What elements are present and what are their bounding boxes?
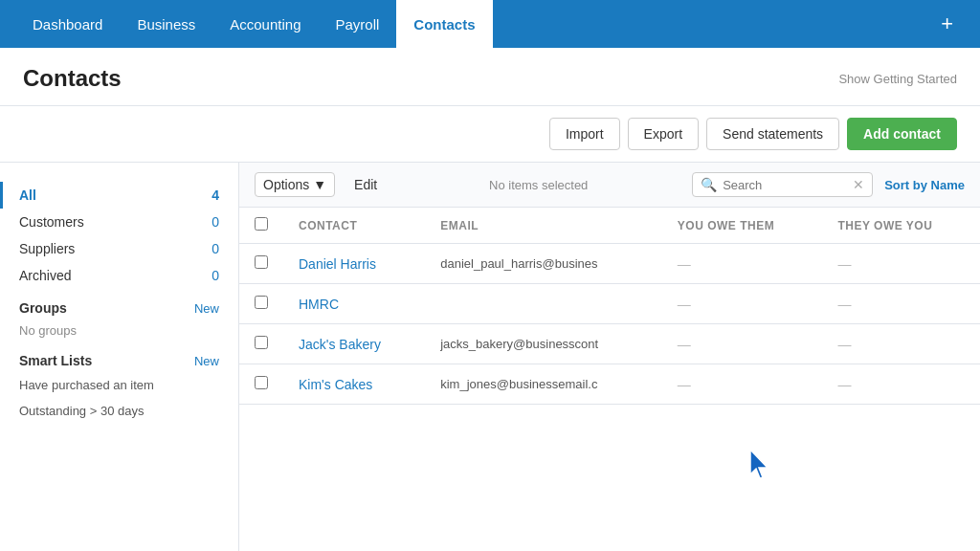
search-box[interactable]: 🔍 ✕ bbox=[692, 172, 873, 197]
row-contact-name-3: Kim's Cakes bbox=[283, 364, 425, 405]
sidebar-smart-item-1[interactable]: Have purchased an item bbox=[0, 372, 238, 398]
sidebar-suppliers-label: Suppliers bbox=[19, 241, 75, 256]
sidebar-smart-lists-section: Smart Lists New bbox=[0, 342, 238, 372]
header-they-owe: THEY OWE YOU bbox=[822, 208, 980, 244]
row-you-owe-0: — bbox=[662, 244, 823, 284]
sort-by-control[interactable]: Sort by Name bbox=[884, 178, 965, 192]
sidebar-all-count: 4 bbox=[212, 187, 219, 203]
options-button[interactable]: Options ▼ bbox=[255, 172, 335, 197]
row-you-owe-2: — bbox=[662, 324, 823, 364]
row-checkbox-1[interactable] bbox=[239, 284, 283, 324]
main-content: All 4 Customers 0 Suppliers 0 Archived 0… bbox=[0, 163, 980, 551]
row-email-1 bbox=[425, 284, 662, 324]
row-checkbox-input-3[interactable] bbox=[255, 376, 268, 389]
sidebar-smart-lists-label: Smart Lists bbox=[19, 353, 92, 368]
sort-by-value-text[interactable]: Name bbox=[931, 178, 965, 192]
contact-link-1[interactable]: HMRC bbox=[299, 297, 339, 312]
table-row: Kim's Cakes kim_jones@businessemail.c — … bbox=[239, 364, 980, 405]
nav-contacts[interactable]: Contacts bbox=[396, 0, 492, 48]
edit-button[interactable]: Edit bbox=[346, 173, 385, 196]
sidebar-item-archived[interactable]: Archived 0 bbox=[0, 262, 238, 289]
import-button[interactable]: Import bbox=[549, 118, 620, 150]
row-they-owe-0: — bbox=[822, 244, 980, 284]
row-contact-name-2: Jack's Bakery bbox=[283, 324, 425, 364]
page-header: Contacts Show Getting Started bbox=[0, 48, 980, 106]
contacts-table: CONTACT EMAIL YOU OWE THEM THEY OWE YOU … bbox=[239, 208, 980, 405]
contact-link-2[interactable]: Jack's Bakery bbox=[299, 337, 381, 352]
row-contact-name-1: HMRC bbox=[283, 284, 425, 324]
contact-link-0[interactable]: Daniel Harris bbox=[299, 256, 376, 272]
select-all-checkbox[interactable] bbox=[255, 217, 268, 231]
sidebar-customers-count: 0 bbox=[212, 214, 219, 230]
clear-search-icon[interactable]: ✕ bbox=[853, 177, 864, 192]
sidebar-archived-count: 0 bbox=[212, 268, 219, 283]
sidebar-suppliers-count: 0 bbox=[212, 241, 219, 256]
page-title: Contacts bbox=[23, 65, 122, 92]
nav-payroll[interactable]: Payroll bbox=[318, 0, 396, 48]
sidebar-smart-lists-new[interactable]: New bbox=[194, 354, 219, 368]
search-input[interactable] bbox=[723, 178, 847, 192]
row-you-owe-3: — bbox=[662, 364, 823, 405]
sidebar-no-groups: No groups bbox=[0, 320, 238, 342]
row-they-owe-3: — bbox=[822, 364, 980, 405]
options-label: Options bbox=[263, 177, 309, 192]
row-checkbox-input-1[interactable] bbox=[255, 296, 268, 309]
table-row: Daniel Harris daniel_paul_harris@busines… bbox=[239, 244, 980, 284]
sidebar-groups-label: Groups bbox=[19, 300, 67, 316]
sidebar: All 4 Customers 0 Suppliers 0 Archived 0… bbox=[0, 163, 239, 551]
row-checkbox-0[interactable] bbox=[239, 244, 283, 284]
row-email-0: daniel_paul_harris@busines bbox=[425, 244, 662, 284]
header-checkbox[interactable] bbox=[239, 208, 283, 244]
sort-by-label: Sort by bbox=[884, 178, 927, 192]
sidebar-archived-label: Archived bbox=[19, 268, 71, 283]
table-row: Jack's Bakery jacks_bakery@businesscont … bbox=[239, 324, 980, 364]
show-getting-started-link[interactable]: Show Getting Started bbox=[838, 72, 957, 86]
contact-link-3[interactable]: Kim's Cakes bbox=[299, 377, 372, 392]
row-checkbox-input-2[interactable] bbox=[255, 336, 268, 349]
sidebar-item-suppliers[interactable]: Suppliers 0 bbox=[0, 235, 238, 262]
sidebar-item-all[interactable]: All 4 bbox=[0, 182, 238, 209]
action-toolbar: Import Export Send statements Add contac… bbox=[0, 106, 980, 163]
row-they-owe-1: — bbox=[822, 284, 980, 324]
table-toolbar: Options ▼ Edit No items selected 🔍 ✕ Sor… bbox=[239, 163, 980, 208]
contacts-table-area: Options ▼ Edit No items selected 🔍 ✕ Sor… bbox=[239, 163, 980, 551]
sidebar-smart-item-2[interactable]: Outstanding > 30 days bbox=[0, 398, 238, 424]
header-you-owe: YOU OWE THEM bbox=[662, 208, 823, 244]
row-checkbox-input-0[interactable] bbox=[255, 255, 268, 269]
sidebar-groups-new[interactable]: New bbox=[194, 301, 219, 316]
row-they-owe-2: — bbox=[822, 324, 980, 364]
header-contact: CONTACT bbox=[283, 208, 425, 244]
chevron-down-icon: ▼ bbox=[313, 177, 326, 192]
row-checkbox-2[interactable] bbox=[239, 324, 283, 364]
search-icon: 🔍 bbox=[701, 177, 717, 192]
nav-add-button[interactable]: + bbox=[929, 11, 965, 36]
add-contact-button[interactable]: Add contact bbox=[847, 118, 957, 150]
row-email-2: jacks_bakery@businesscont bbox=[425, 324, 662, 364]
row-you-owe-1: — bbox=[662, 284, 823, 324]
nav-accounting[interactable]: Accounting bbox=[212, 0, 318, 48]
sidebar-item-customers[interactable]: Customers 0 bbox=[0, 209, 238, 235]
header-email: EMAIL bbox=[425, 208, 662, 244]
sidebar-customers-label: Customers bbox=[19, 214, 84, 230]
send-statements-button[interactable]: Send statements bbox=[706, 118, 839, 150]
no-items-selected: No items selected bbox=[396, 178, 680, 192]
row-email-3: kim_jones@businessemail.c bbox=[425, 364, 662, 405]
nav-dashboard[interactable]: Dashboard bbox=[15, 0, 120, 48]
sidebar-groups-section: Groups New bbox=[0, 289, 238, 320]
table-header-row: CONTACT EMAIL YOU OWE THEM THEY OWE YOU bbox=[239, 208, 980, 244]
nav-business[interactable]: Business bbox=[120, 0, 212, 48]
row-contact-name-0: Daniel Harris bbox=[283, 244, 425, 284]
row-checkbox-3[interactable] bbox=[239, 364, 283, 405]
top-navigation: Dashboard Business Accounting Payroll Co… bbox=[0, 0, 980, 48]
export-button[interactable]: Export bbox=[628, 118, 699, 150]
sidebar-all-label: All bbox=[19, 187, 36, 203]
table-row: HMRC — — bbox=[239, 284, 980, 324]
